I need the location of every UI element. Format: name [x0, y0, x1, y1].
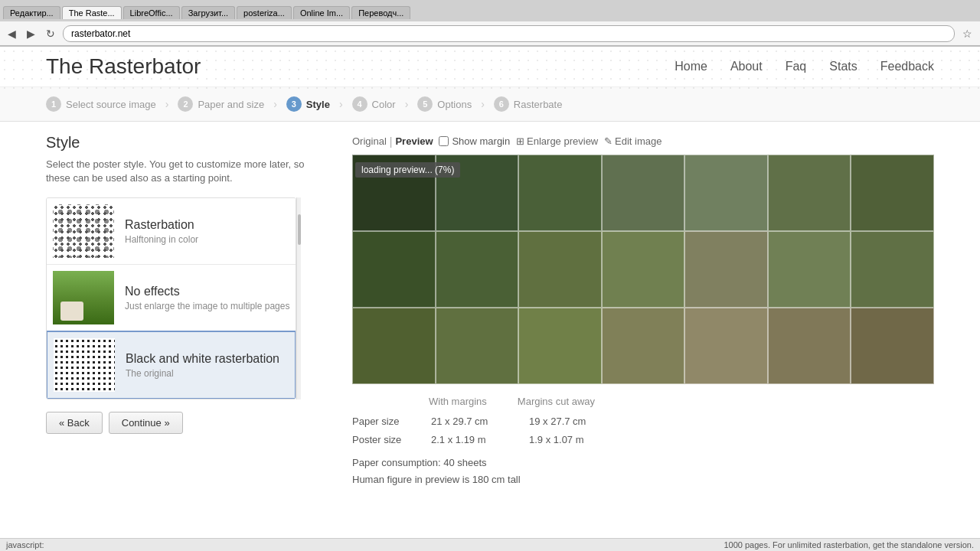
panel-title: Style: [46, 134, 329, 152]
back-button[interactable]: ◀: [5, 26, 19, 41]
step-label-6: Rasterbate: [514, 99, 563, 110]
style-info-rasterbation: Rasterbation Halftoning in color: [125, 218, 289, 245]
preview-cell: [768, 308, 851, 384]
nav-about[interactable]: About: [730, 60, 763, 73]
step-label-3: Style: [306, 99, 330, 110]
with-margins-header: With margins: [429, 393, 487, 410]
edit-image-link[interactable]: ✎ Edit image: [604, 135, 662, 147]
show-margin-label[interactable]: Show margin: [439, 135, 510, 147]
show-margin-text: Show margin: [452, 135, 510, 147]
step-label-1: Select source image: [66, 99, 156, 110]
preview-info: With margins Margins cut away Paper size…: [352, 393, 934, 488]
preview-cell: [518, 308, 602, 384]
step-4[interactable]: 4 Color: [352, 96, 396, 112]
step-num-4: 4: [352, 96, 368, 112]
preview-cell: [851, 155, 934, 231]
tab-bar: Редактир... The Raste... LibreOffic... З…: [0, 0, 980, 21]
preview-cell: [851, 308, 934, 384]
enlarge-icon: ⊞: [516, 135, 524, 147]
browser-chrome: Редактир... The Raste... LibreOffic... З…: [0, 0, 980, 47]
tab-4[interactable]: Загрузит...: [181, 6, 235, 19]
nav-stats[interactable]: Stats: [829, 60, 857, 73]
preview-tab-preview[interactable]: Preview: [395, 134, 433, 148]
nav-feedback[interactable]: Feedback: [880, 60, 934, 73]
tab-3[interactable]: LibreOffic...: [123, 6, 180, 19]
step-num-2: 2: [178, 96, 193, 112]
reload-button[interactable]: ↻: [43, 26, 58, 41]
preview-cell: [352, 231, 436, 308]
preview-cell: [684, 308, 768, 384]
preview-cell: [684, 155, 768, 231]
step-sep-1: ›: [165, 98, 169, 110]
poster-size-label: Poster size: [352, 432, 425, 448]
style-name-noeffects: No effects: [125, 285, 289, 298]
style-thumb-bw: [54, 338, 115, 392]
nav-faq[interactable]: Faq: [786, 60, 807, 73]
style-desc-bw: The original: [126, 368, 289, 379]
preview-tabs-row: Original | Preview Show margin ⊞ Enlarge…: [352, 134, 934, 148]
step-3[interactable]: 3 Style: [286, 96, 330, 112]
step-6[interactable]: 6 Rasterbate: [494, 96, 563, 112]
scroll-bar[interactable]: [296, 197, 301, 399]
preview-cell: [851, 231, 934, 308]
address-input[interactable]: [63, 25, 955, 42]
step-sep-3: ›: [339, 98, 343, 110]
preview-sep: |: [390, 135, 393, 148]
back-nav-button[interactable]: « Back: [46, 412, 103, 434]
poster-size-cut: 1.9 x 1.07 m: [529, 432, 584, 448]
step-num-5: 5: [417, 96, 433, 112]
style-name-rasterbation: Rasterbation: [125, 218, 289, 232]
preview-cell: [768, 155, 851, 231]
preview-cell: [518, 231, 602, 308]
main-area: Style Select the poster style. You get t…: [0, 122, 980, 500]
preview-cell: [352, 308, 436, 384]
step-label-5: Options: [437, 99, 472, 110]
style-thumb-noeffects: [53, 271, 114, 324]
preview-cell: [518, 155, 602, 231]
preview-cell: [684, 231, 768, 308]
forward-button[interactable]: ▶: [24, 26, 38, 41]
preview-tab-original[interactable]: Original: [352, 134, 387, 148]
step-sep-2: ›: [273, 98, 277, 110]
step-label-2: Paper and size: [198, 99, 264, 110]
preview-cell: [602, 308, 685, 384]
step-num-1: 1: [46, 96, 61, 112]
style-desc-rasterbation: Halftoning in color: [125, 234, 289, 245]
edit-icon: ✎: [604, 135, 612, 147]
address-bar: ◀ ▶ ↻ ☆: [0, 21, 980, 46]
tab-5[interactable]: posteriza...: [237, 6, 292, 19]
preview-cell: [436, 231, 519, 308]
nav-home[interactable]: Home: [675, 60, 707, 73]
tab-2[interactable]: The Raste...: [62, 6, 122, 19]
right-panel: Original | Preview Show margin ⊞ Enlarge…: [352, 134, 934, 488]
step-2[interactable]: 2 Paper and size: [178, 96, 264, 112]
continue-button[interactable]: Continue »: [109, 412, 183, 434]
style-name-bw: Black and white rasterbation: [126, 352, 289, 366]
style-item-bw[interactable]: Black and white rasterbation The origina…: [46, 331, 296, 399]
preview-grid: [352, 155, 934, 384]
paper-consumption: Paper consumption: 40 sheets: [352, 455, 934, 471]
poster-size-with: 2.1 x 1.19 m: [431, 432, 523, 448]
tab-1[interactable]: Редактир...: [3, 6, 60, 19]
loading-text: loading preview... (7%): [361, 165, 454, 175]
preview-cell: [768, 231, 851, 308]
site-title: The Rasterbator: [46, 54, 201, 79]
tab-6[interactable]: Online Im...: [293, 6, 350, 19]
step-5[interactable]: 5 Options: [417, 96, 472, 112]
step-sep-5: ›: [481, 98, 485, 110]
margins-cut-header: Margins cut away: [518, 393, 595, 410]
tab-7[interactable]: Переводч...: [351, 6, 410, 19]
style-item-rasterbation[interactable]: Rasterbation Halftoning in color: [47, 198, 296, 265]
style-list: Rasterbation Halftoning in color No eff: [46, 197, 296, 399]
style-item-noeffects[interactable]: No effects Just enlarge the image to mul…: [47, 265, 296, 331]
bookmark-button[interactable]: ☆: [959, 26, 975, 41]
style-info-bw: Black and white rasterbation The origina…: [126, 352, 289, 379]
loading-overlay: loading preview... (7%): [355, 162, 460, 178]
paper-size-with: 21 x 29.7 cm: [431, 413, 523, 430]
enlarge-preview-link[interactable]: ⊞ Enlarge preview: [516, 135, 598, 147]
show-margin-checkbox[interactable]: [439, 136, 449, 146]
paper-size-label: Paper size: [352, 413, 425, 430]
style-desc-noeffects: Just enlarge the image to multiple pages: [125, 301, 289, 311]
step-1[interactable]: 1 Select source image: [46, 96, 156, 112]
step-label-4: Color: [372, 99, 396, 110]
